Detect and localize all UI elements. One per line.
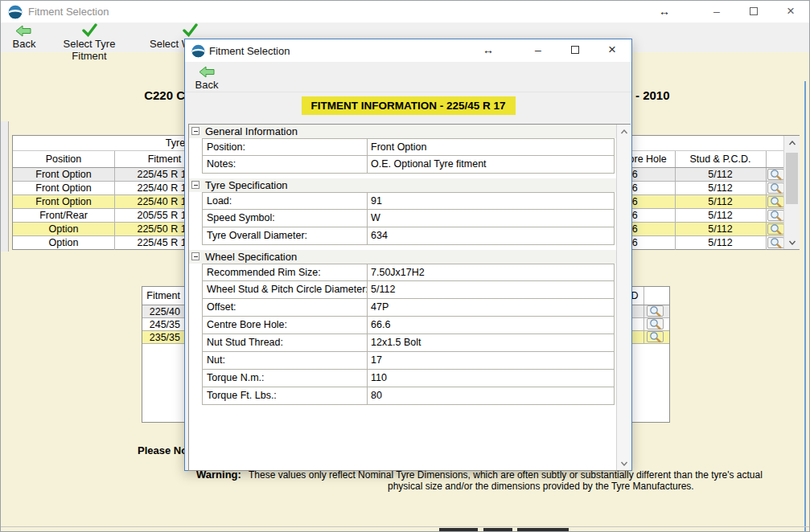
vehicle-heading-right: - 2010 <box>635 88 670 102</box>
property-label: Torque N.m.: <box>207 372 265 383</box>
property-label: Torque Ft. Lbs.: <box>207 390 277 401</box>
clipped-background-text <box>517 528 569 532</box>
app-logo-icon <box>8 5 23 19</box>
magnifier-button[interactable] <box>647 305 664 317</box>
section-title: Tyre Specification <box>205 178 288 192</box>
background-window-edge <box>804 81 806 532</box>
property-label: Tyre Overall Diameter: <box>207 230 307 241</box>
scroll-down-button[interactable] <box>617 456 631 470</box>
cell-stud: 5/112 <box>675 236 766 250</box>
property-row: Notes: O.E. Optional Tyre fitment <box>202 156 615 174</box>
resize-arrow-icon[interactable]: ↔ <box>476 41 500 59</box>
property-row: Centre Bore Hole: 66.6 <box>202 317 615 334</box>
cell-stud: 5/112 <box>675 182 766 194</box>
magnifier-button[interactable] <box>767 169 784 180</box>
property-row: Nut: 17 <box>202 352 615 370</box>
column-header-position[interactable]: Position <box>13 151 114 167</box>
column-header-stud-pcd[interactable]: Stud & P.C.D. <box>675 151 766 167</box>
property-value: 91 <box>371 195 382 207</box>
minimize-button[interactable]: – <box>705 2 729 20</box>
property-grid-scrollbar[interactable] <box>616 125 631 470</box>
maximize-icon <box>571 46 579 54</box>
select-tyre-fitment-button[interactable]: Select Tyre Fitment <box>46 38 133 62</box>
property-row: Load: 91 <box>202 192 615 210</box>
warning-line1: These values only reflect Nominal Tyre D… <box>249 469 763 481</box>
cell-position: Front/Rear <box>13 209 114 222</box>
cell-position: Front Option <box>13 182 114 194</box>
maximize-icon <box>750 7 758 15</box>
cell-stud: 5/112 <box>675 223 766 235</box>
dialog-title: Fitment Selection <box>209 45 290 57</box>
property-value: W <box>371 212 380 223</box>
dialog-minimize-button[interactable]: – <box>526 41 550 59</box>
section-title: General Information <box>205 125 298 138</box>
property-label: Position: <box>207 141 245 153</box>
cell-fitment: 225/40 <box>142 305 180 317</box>
cell-stud: 5/112 <box>675 195 766 208</box>
fitment-property-grid: General Information Position: Front Opti… <box>188 124 631 471</box>
close-button[interactable]: × <box>779 2 803 20</box>
back-button[interactable]: Back <box>7 38 41 50</box>
property-value: O.E. Optional Tyre fitment <box>371 158 487 170</box>
maximize-button[interactable] <box>742 2 766 20</box>
property-row: Nut Stud Thread: 12x1.5 Bolt <box>202 334 615 352</box>
dialog-back-button[interactable]: Back <box>189 79 224 91</box>
scroll-down-button[interactable] <box>784 235 800 249</box>
property-value: 80 <box>371 390 382 401</box>
cell-position: Front Option <box>13 168 114 181</box>
property-value: 12x1.5 Bolt <box>371 337 421 348</box>
property-label: Notes: <box>207 158 236 170</box>
property-row: Tyre Overall Diameter: 634 <box>202 227 615 245</box>
property-label: Wheel Stud & Pitch Circle Diameter: <box>207 284 368 295</box>
collapse-icon[interactable] <box>191 127 199 135</box>
section-general-information: General Information <box>189 125 616 138</box>
collapse-icon[interactable] <box>191 252 199 260</box>
warning-line2: physical size and/or the dimensions prov… <box>388 481 694 492</box>
property-label: Load: <box>207 195 232 207</box>
scroll-up-button[interactable] <box>784 136 800 149</box>
scroll-up-button[interactable] <box>617 125 631 138</box>
resize-arrow-icon[interactable]: ↔ <box>652 2 676 20</box>
cell-fitment: 245/35 <box>142 318 180 330</box>
app-logo-icon <box>191 44 205 58</box>
collapse-icon[interactable] <box>191 181 199 189</box>
magnifier-button[interactable] <box>647 318 664 329</box>
scrollbar-thumb[interactable] <box>786 153 798 204</box>
dialog-close-button[interactable]: × <box>600 41 624 59</box>
magnifier-button[interactable] <box>647 331 664 342</box>
magnifier-button[interactable] <box>767 196 784 207</box>
property-value: Front Option <box>371 141 426 153</box>
dialog-toolbar: Back <box>185 62 631 92</box>
property-row: Torque N.m.: 110 <box>202 370 615 387</box>
property-row: Recommended Rim Size: 7.50Jx17H2 <box>202 264 615 281</box>
magnifier-button[interactable] <box>767 237 784 248</box>
main-titlebar: Fitment Selection ↔ – × <box>1 1 810 23</box>
section-title: Wheel Specification <box>205 250 297 264</box>
cell-position: Option <box>13 236 114 250</box>
dialog-maximize-button[interactable] <box>563 41 587 59</box>
vehicle-heading-left: C220 C <box>105 88 185 102</box>
property-value: 634 <box>371 230 388 241</box>
property-row: Wheel Stud & Pitch Circle Diameter: 5/11… <box>202 281 615 299</box>
property-value: 66.6 <box>371 319 390 330</box>
magnifier-button[interactable] <box>767 210 784 221</box>
section-tyre-specification: Tyre Specification <box>189 178 616 192</box>
property-row: Position: Front Option <box>202 138 615 156</box>
property-value: 17 <box>371 354 382 366</box>
cell-fitment: 235/35 <box>142 331 180 343</box>
property-label: Recommended Rim Size: <box>207 267 321 278</box>
property-row: Torque Ft. Lbs.: 80 <box>202 387 615 405</box>
fitment-information-dialog: Fitment Selection ↔ – × Back FITMENT INF… <box>184 39 632 471</box>
cell-position: Front Option <box>13 195 114 208</box>
property-value: 7.50Jx17H2 <box>371 267 425 278</box>
fitment-information-banner: FITMENT INFORMATION - 225/45 R 17 <box>301 96 515 115</box>
property-row: Offset: 47P <box>202 299 615 317</box>
property-label: Nut Stud Thread: <box>207 337 283 348</box>
tyre-table-scrollbar[interactable] <box>783 136 800 249</box>
column-header-fitment[interactable]: Fitment <box>142 287 180 305</box>
property-label: Offset: <box>207 301 236 313</box>
magnifier-button[interactable] <box>767 223 784 235</box>
magnifier-button[interactable] <box>767 182 784 194</box>
property-label: Nut: <box>207 354 225 366</box>
cell-stud: 5/112 <box>675 168 766 181</box>
